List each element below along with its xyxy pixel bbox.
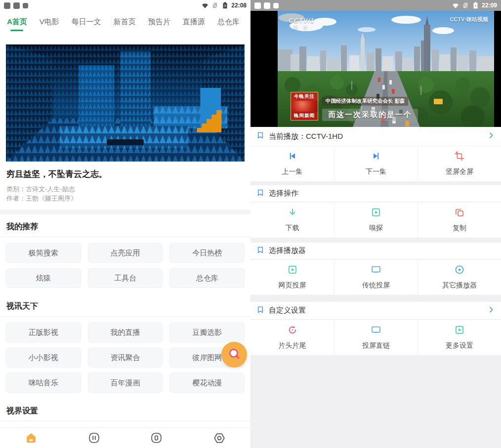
player-row: 网页投屏 传统投屏 其它播放器 <box>250 259 501 295</box>
chevron-right-icon <box>487 306 495 316</box>
news-badge: 今晚关注 晚间新闻 <box>291 92 318 121</box>
news-subtitle: 而这一次采取的是一个 <box>322 109 418 121</box>
shortcut-button[interactable]: 正版影视 <box>6 323 81 342</box>
more-settings-button[interactable]: 更多设置 <box>418 320 501 355</box>
article-category: 类别：古诗文-人生-励志 <box>6 184 244 194</box>
section-header-choose-action: 选择操作 <box>250 185 501 202</box>
wifi-icon <box>452 2 459 9</box>
download-button[interactable]: 下载 <box>250 203 334 238</box>
shortcut-button[interactable]: 百年漫画 <box>88 373 163 393</box>
shortcut-button[interactable]: 极简搜索 <box>6 243 81 263</box>
section-title: 我的推荐 <box>0 214 250 237</box>
shortcut-button[interactable]: 炫猿 <box>6 268 81 288</box>
playback-controls-row: 上一集 下一集 竖屏全屏 <box>250 146 501 181</box>
notification-app-icon <box>254 2 261 9</box>
shortcut-button[interactable]: 工具台 <box>88 268 163 288</box>
other-player-button[interactable]: 其它播放器 <box>418 260 501 295</box>
shortcut-button[interactable]: 点亮应用 <box>88 243 163 263</box>
channel-logo: CCTV/1 综 合 <box>289 17 314 31</box>
article-title: 穷且益坚，不坠青云之志。 <box>0 168 250 180</box>
article-meta: 类别：古诗文-人生-励志 作者：王勃《滕王阁序》 <box>0 184 250 203</box>
web-cast-button[interactable]: 网页投屏 <box>250 260 334 295</box>
shortcut-button[interactable]: 我的直播 <box>88 323 163 342</box>
cast-link-button[interactable]: 投屏直链 <box>334 320 418 355</box>
settings-row: 片头片尾 投屏直链 更多设置 <box>250 320 501 355</box>
clock-text: 22:08 <box>231 2 247 9</box>
skip-next-icon <box>371 151 381 163</box>
shortcut-button[interactable]: 小小影视 <box>6 348 81 367</box>
settings-hexagon-icon[interactable] <box>213 432 226 445</box>
screen-cast-icon <box>371 265 381 277</box>
bookmark-icon <box>256 246 264 256</box>
notification-app-icon <box>23 3 28 8</box>
copy-button[interactable]: 复制 <box>418 203 501 238</box>
shortcut-button[interactable]: 今日热榜 <box>169 243 245 263</box>
section-title: 视界设置 <box>0 399 250 421</box>
play-circle-icon <box>455 265 464 277</box>
news-caption: 中国经济体制改革研究会会长 彭森 <box>322 97 408 106</box>
shortcut-button[interactable]: 总仓库 <box>169 268 245 288</box>
chevron-right-icon <box>487 131 495 141</box>
video-frame: CCTV/1 综 合 CCTV·咪咕视频 今晚关注 晚间新闻 中国经济体制改革研… <box>278 11 494 127</box>
zero-squircle-icon[interactable] <box>150 432 163 445</box>
notification-app-icon <box>264 2 270 9</box>
right-phone: 22:09 <box>250 0 501 448</box>
crop-icon <box>455 151 464 163</box>
notification-app-icon <box>4 2 10 9</box>
tab-main-warehouse[interactable]: 总仓库 <box>217 17 240 27</box>
battery-icon <box>221 2 228 9</box>
bookmark-icon <box>256 306 264 316</box>
portrait-fullscreen-button[interactable]: 竖屏全屏 <box>418 146 501 181</box>
next-episode-button[interactable]: 下一集 <box>334 146 418 181</box>
home-icon[interactable] <box>25 432 38 445</box>
traditional-cast-button[interactable]: 传统投屏 <box>334 260 418 295</box>
section-header-choose-player: 选择播放器 <box>250 243 501 259</box>
watermark: CCTV·咪咕视频 <box>450 16 488 23</box>
tab-live-sources[interactable]: 直播源 <box>183 17 205 27</box>
previous-episode-button[interactable]: 上一集 <box>250 146 334 181</box>
notification-app-icon <box>13 2 20 9</box>
hero-image[interactable] <box>6 44 245 162</box>
video-player[interactable]: CCTV/1 综 合 CCTV·咪咕视频 今晚关注 晚间新闻 中国经济体制改革研… <box>250 11 501 127</box>
no-sim-icon <box>211 2 218 9</box>
section-video-world: 视讯天下 正版影视 我的直播 豆瓣选影 小小影视 资讯聚合 彼岸图网 咪咕音乐 … <box>0 294 250 399</box>
tab-trailers[interactable]: 预告片 <box>148 17 170 27</box>
shortcut-button[interactable]: 樱花动漫 <box>169 373 245 393</box>
pause-squircle-icon[interactable] <box>87 432 100 445</box>
play-square-icon <box>455 325 464 337</box>
globe-graphic <box>291 101 318 112</box>
left-phone: 22:08 A首页 V电影 每日一文 新首页 预告片 直播源 总仓库 <box>0 0 250 448</box>
tab-a-home[interactable]: A首页 <box>7 17 27 27</box>
wifi-icon <box>202 2 209 9</box>
download-arrow-icon <box>288 207 297 219</box>
bookmark-icon <box>256 131 264 141</box>
now-playing-row[interactable]: 当前播放：CCTV-1HD <box>250 127 501 146</box>
skip-previous-icon <box>288 151 297 163</box>
sniff-button[interactable]: 嗅探 <box>334 203 418 238</box>
tab-daily-article[interactable]: 每日一文 <box>72 17 101 27</box>
section-my-recommend: 我的推荐 极简搜索 点亮应用 今日热榜 炫猿 工具台 总仓库 <box>0 214 250 294</box>
search-fab[interactable] <box>221 342 247 367</box>
tab-v-movie[interactable]: V电影 <box>40 17 59 27</box>
shortcut-button[interactable]: 资讯聚合 <box>88 348 163 367</box>
copy-icon <box>455 207 464 219</box>
shortcut-button[interactable]: 咪咕音乐 <box>6 373 81 393</box>
article-author: 作者：王勃《滕王阁序》 <box>6 194 244 203</box>
badge-bottom-text: 晚间新闻 <box>291 112 318 120</box>
section-header-custom-settings[interactable]: 自定义设置 <box>250 302 501 320</box>
bookmark-icon <box>256 189 264 199</box>
section-divider <box>0 209 250 214</box>
no-sim-icon <box>462 2 469 9</box>
right-status-bar: 22:09 <box>250 0 501 11</box>
shortcut-button[interactable]: 豆瓣选影 <box>169 323 245 342</box>
battery-icon <box>472 2 479 9</box>
left-status-bar: 22:08 <box>0 0 250 11</box>
tab-new-home[interactable]: 新首页 <box>114 17 136 27</box>
badge-top-text: 今晚关注 <box>291 92 318 101</box>
button-grid: 极简搜索 点亮应用 今日热榜 炫猿 工具台 总仓库 <box>0 237 250 294</box>
play-square-icon <box>371 207 381 219</box>
search-icon <box>228 347 241 362</box>
clock-text: 22:09 <box>482 2 497 9</box>
intro-outro-button[interactable]: 片头片尾 <box>250 320 334 355</box>
action-row: 下载 嗅探 复制 <box>250 202 501 238</box>
